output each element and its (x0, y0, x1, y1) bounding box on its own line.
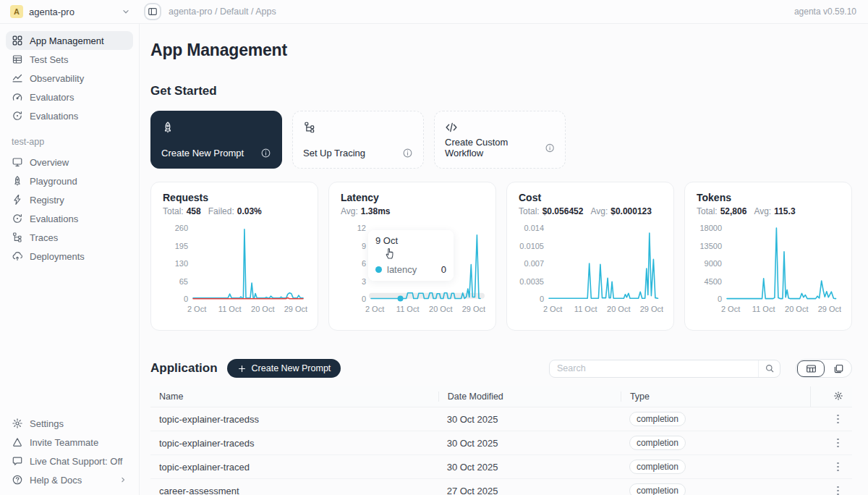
sidebar-item-label: Observability (30, 73, 84, 84)
svg-text:6: 6 (362, 259, 366, 268)
svg-text:0.0035: 0.0035 (519, 277, 544, 286)
type-badge: completion (629, 412, 686, 426)
info-icon[interactable] (545, 143, 555, 153)
app-name: career-assessment (150, 486, 438, 495)
sidebar-item-label: Deployments (30, 251, 85, 262)
card-label: Create New Prompt (161, 148, 244, 158)
card-view-button[interactable] (825, 360, 851, 377)
sidebar-item-live-chat[interactable]: Live Chat Support: Off (6, 452, 133, 470)
svg-text:0: 0 (184, 295, 188, 303)
search-input[interactable] (550, 360, 758, 377)
sidebar-item-label: Evaluators (30, 92, 74, 103)
app-type: completion (621, 483, 810, 495)
line-chart-icon (12, 72, 23, 84)
sidebar-item-label: Help & Docs (30, 475, 82, 486)
app-name: topic-explainer-traced (150, 462, 438, 473)
requests-chart[interactable]: 2601951306502 Oct11 Oct20 Oct29 Oct (163, 221, 307, 315)
sidebar-item-evaluators[interactable]: Evaluators (6, 88, 133, 106)
question-circle-icon (12, 474, 23, 486)
row-menu-button[interactable] (833, 483, 843, 495)
svg-text:20 Oct: 20 Oct (429, 305, 452, 313)
table-row[interactable]: topic-explainer-traceds 30 Oct 2025 comp… (150, 431, 852, 455)
apps-table: Name Date Modified Type topic-explainer-… (150, 386, 852, 495)
tokens-chart[interactable]: 18000135009000450002 Oct11 Oct20 Oct29 O… (697, 221, 841, 315)
sidebar-item-deployments[interactable]: Deployments (6, 247, 133, 266)
cursor-pointer-icon (384, 247, 446, 262)
table-view-button[interactable] (797, 360, 825, 377)
sidebar-item-registry[interactable]: Registry (6, 190, 133, 209)
metric-title: Latency (341, 192, 484, 203)
column-settings[interactable] (810, 386, 852, 407)
breadcrumb[interactable]: agenta-pro / Default / Apps (169, 7, 276, 17)
stat: Avg:$0.000123 (590, 206, 652, 216)
application-heading: Application (150, 361, 218, 376)
sidebar-item-help-docs[interactable]: Help & Docs (6, 470, 133, 489)
create-custom-workflow-card[interactable]: Create Custom Workflow (434, 111, 566, 169)
set-up-tracing-card[interactable]: Set Up Tracing (292, 111, 424, 169)
svg-text:0.0105: 0.0105 (519, 242, 544, 250)
svg-text:13500: 13500 (699, 242, 722, 250)
tooltip-date: 9 Oct (375, 235, 446, 246)
sidebar-item-settings[interactable]: Settings (6, 414, 133, 433)
workspace-selector[interactable]: A agenta-pro (0, 5, 140, 18)
sidebar-toggle-button[interactable] (144, 3, 161, 20)
cloud-upload-icon (12, 250, 23, 262)
cost-chart[interactable]: 0.0140.01050.0070.003502 Oct11 Oct20 Oct… (519, 221, 663, 315)
column-header-date-modified[interactable]: Date Modified (438, 392, 621, 402)
sidebar-item-traces[interactable]: Traces (6, 228, 133, 247)
metric-title: Requests (163, 192, 306, 203)
svg-text:20 Oct: 20 Oct (251, 305, 274, 313)
column-header-name[interactable]: Name (150, 392, 438, 402)
svg-text:3: 3 (362, 277, 366, 286)
table-icon (12, 54, 23, 65)
sidebar-item-evaluations-project[interactable]: Evaluations (6, 209, 133, 228)
svg-text:9: 9 (362, 242, 366, 250)
info-icon[interactable] (260, 148, 271, 158)
svg-text:20 Oct: 20 Oct (607, 305, 630, 313)
page-title: App Management (150, 41, 852, 60)
metric-title: Tokens (697, 192, 840, 203)
table-row[interactable]: topic-explainer-tracedss 30 Oct 2025 com… (150, 407, 852, 431)
rocket-icon (161, 121, 174, 134)
sidebar-item-observability[interactable]: Observability (6, 69, 133, 88)
svg-text:130: 130 (175, 259, 188, 268)
sidebar-item-label: App Management (30, 35, 104, 46)
search-icon[interactable] (758, 360, 780, 377)
create-new-prompt-button[interactable]: Create New Prompt (227, 359, 341, 378)
plus-icon (237, 364, 247, 373)
svg-text:11 Oct: 11 Oct (396, 305, 420, 313)
type-badge: completion (629, 483, 686, 495)
sidebar-item-test-sets[interactable]: Test Sets (6, 50, 133, 69)
sidebar-item-invite-teammate[interactable]: Invite Teammate (6, 433, 133, 452)
info-icon[interactable] (402, 148, 413, 158)
metric-stats: Total:458Failed:0.03% (163, 206, 306, 216)
gear-icon (12, 418, 23, 429)
sidebar-item-app-management[interactable]: App Management (6, 31, 133, 50)
sidebar-item-label: Evaluations (30, 213, 78, 224)
row-menu-button[interactable] (833, 460, 843, 475)
app-name: topic-explainer-traceds (150, 438, 438, 449)
svg-text:18000: 18000 (699, 224, 722, 232)
sidebar-item-overview[interactable]: Overview (6, 153, 133, 172)
column-header-type[interactable]: Type (621, 392, 810, 402)
sidebar-item-evaluations[interactable]: Evaluations (6, 106, 133, 125)
svg-text:2 Oct: 2 Oct (543, 305, 562, 313)
row-menu-button[interactable] (833, 412, 843, 427)
table-row[interactable]: career-assessment 27 Oct 2025 completion (150, 479, 852, 495)
svg-text:9000: 9000 (705, 259, 722, 268)
app-date-modified: 30 Oct 2025 (438, 414, 621, 425)
sidebar-item-playground[interactable]: Playground (6, 172, 133, 190)
app-type: completion (621, 412, 810, 426)
app-type: completion (621, 460, 810, 474)
sidebar-item-label: Test Sets (30, 54, 68, 65)
stat: Total:458 (163, 206, 201, 216)
metric-stats: Total:52,806Avg:115.3 (697, 206, 840, 216)
gauge-icon (12, 91, 23, 103)
table-row[interactable]: topic-explainer-traced 30 Oct 2025 compl… (150, 455, 852, 479)
create-new-prompt-card[interactable]: Create New Prompt (150, 111, 282, 169)
svg-text:29 Oct: 29 Oct (818, 305, 841, 313)
svg-text:29 Oct: 29 Oct (640, 305, 663, 313)
chevron-down-icon (121, 7, 131, 17)
row-menu-button[interactable] (833, 436, 843, 451)
sidebar-item-label: Evaluations (30, 111, 78, 122)
